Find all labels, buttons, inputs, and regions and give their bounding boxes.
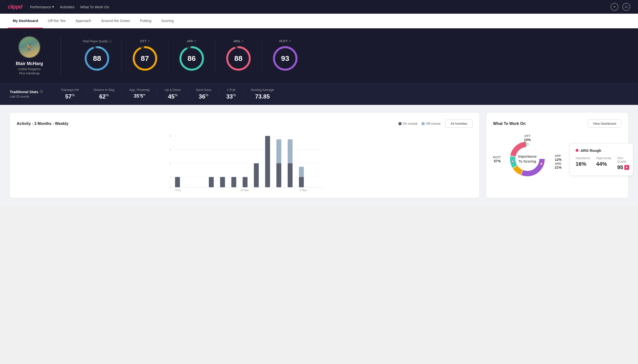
svg-rect-26	[254, 163, 259, 187]
user-menu-button[interactable]: ☺	[622, 3, 630, 11]
stat-app-proximity: App. Proximity 35'5"	[122, 88, 157, 100]
stat-value: 57%	[65, 93, 75, 100]
chart-legend: On course Off course	[398, 122, 441, 126]
svg-text:4: 4	[170, 134, 171, 138]
donut-svg-wrap: Importance To Scoring	[508, 139, 547, 180]
circle-app: 86	[178, 45, 205, 72]
what-to-work-on-card: What To Work On View Dashboard OTT 10% A…	[486, 113, 628, 198]
nav-icons: + ☺	[610, 3, 630, 11]
tab-putting[interactable]: Putting	[135, 14, 156, 28]
work-card-header: What To Work On View Dashboard	[493, 120, 621, 128]
metric-value: 95 ▼	[617, 164, 629, 171]
arg-metric-opportunity: Opportunity 44%	[596, 156, 611, 171]
info-icon[interactable]: ⓘ	[109, 40, 112, 43]
tab-my-dashboard[interactable]: My Dashboard	[8, 14, 43, 28]
nav-activities[interactable]: Activities	[60, 5, 74, 9]
arg-metric-shot-quality: Shot Quality 95 ▼	[617, 156, 629, 171]
chart-area: 4 3 2 1 0	[17, 132, 473, 191]
svg-text:1: 1	[170, 176, 171, 178]
stat-name: 1 Putt	[227, 88, 235, 92]
arg-label: ARG 21%	[555, 162, 562, 170]
activity-card-header: Activity - 3 Months - Weekly On course O…	[17, 120, 473, 128]
svg-rect-22	[209, 177, 214, 187]
arg-label: ARG ↗	[233, 39, 243, 43]
score-arg: ARG ↗ 88	[215, 39, 262, 72]
svg-text:Importance: Importance	[518, 154, 537, 158]
metric-value: 44%	[596, 161, 611, 167]
svg-text:28 Mar: 28 Mar	[241, 189, 249, 191]
score-ott: OTT ↗ 87	[122, 39, 168, 72]
tpq-label: Total Player Quality ⓘ	[83, 39, 112, 44]
stat-value: 45%	[168, 93, 177, 100]
svg-rect-28	[276, 163, 281, 187]
metric-name: Opportunity	[596, 156, 611, 160]
add-button[interactable]: +	[610, 3, 618, 11]
metric-name: Importance	[576, 156, 590, 160]
view-dashboard-button[interactable]: View Dashboard	[588, 120, 621, 128]
svg-rect-27	[265, 136, 270, 187]
chart-svg: 4 3 2 1 0	[17, 132, 473, 191]
stats-bar: Traditional Stats ⓘ Last 20 rounds Fairw…	[0, 83, 638, 105]
arrow-icon: ↗	[241, 40, 243, 43]
activity-chart-title: Activity - 3 Months - Weekly	[17, 122, 68, 126]
app-label: APP 12%	[555, 154, 562, 162]
player-country: United Kingdom	[18, 67, 41, 71]
circle-putt: 93	[272, 45, 299, 72]
stat-period: Last 20 rounds	[10, 95, 54, 98]
svg-point-40	[540, 163, 542, 165]
svg-rect-32	[299, 177, 304, 187]
player-info: 🏌️ Blair McHarg United Kingdom Plus Hand…	[10, 36, 49, 75]
stats-items: Fairways Hit 57% Greens In Reg 62% App. …	[54, 88, 628, 100]
activity-card: Activity - 3 Months - Weekly On course O…	[10, 113, 479, 198]
putt-label: PUTT 57%	[493, 156, 501, 163]
info-icon[interactable]: ⓘ	[40, 90, 43, 94]
svg-rect-24	[231, 177, 236, 187]
player-name: Blair McHarg	[16, 61, 43, 66]
tab-around-the-green[interactable]: Around the Green	[96, 14, 135, 28]
arg-dot-icon	[576, 149, 578, 152]
arrow-icon: ↗	[147, 40, 150, 43]
nav-performance[interactable]: Performance ▾	[30, 5, 54, 9]
arg-detail-title: ARG Rough	[576, 148, 627, 152]
score-overall: Total Player Quality ⓘ 88	[73, 39, 122, 72]
stat-name: Sand Save	[196, 88, 211, 92]
donut-chart-container: OTT 10% APP 12% ARG 21% PUTT 57%	[493, 132, 562, 186]
tab-approach[interactable]: Approach	[71, 14, 96, 28]
avatar: 🏌️	[18, 36, 40, 58]
stat-fairways-hit: Fairways Hit 57%	[54, 88, 86, 100]
all-activities-button[interactable]: All Activities	[445, 120, 473, 128]
app-label: APP ↗	[187, 39, 196, 43]
legend-dot-off-course	[421, 122, 424, 125]
stat-value: 35'5"	[134, 93, 145, 99]
circle-ott: 87	[131, 45, 158, 72]
arrow-icon: ↗	[194, 40, 196, 43]
stat-value: 73.85	[255, 93, 270, 100]
legend-dot-on-course	[398, 122, 401, 125]
svg-point-39	[526, 143, 528, 145]
avatar-image: 🏌️	[19, 37, 40, 58]
svg-text:0: 0	[170, 186, 171, 189]
svg-text:7 Feb: 7 Feb	[174, 189, 181, 191]
tab-off-the-tee[interactable]: Off the Tee	[43, 14, 71, 28]
stat-name: App. Proximity	[129, 88, 150, 92]
svg-rect-23	[220, 177, 225, 187]
svg-text:9 May: 9 May	[300, 189, 307, 191]
stat-name: Up & Down	[165, 88, 181, 92]
nav-what-to-work-on[interactable]: What To Work On	[80, 5, 109, 9]
svg-text:3: 3	[170, 148, 171, 151]
stat-scoring-average: Scoring Average 73.85	[243, 88, 281, 100]
metric-name: Shot Quality	[617, 156, 629, 163]
svg-rect-21	[175, 177, 180, 187]
svg-rect-31	[288, 139, 293, 163]
down-arrow-icon: ▼	[624, 165, 629, 170]
svg-rect-30	[288, 163, 293, 187]
score-putt-value: 93	[281, 54, 289, 62]
top-nav: clippd Performance ▾ Activities What To …	[0, 0, 638, 14]
score-app: APP ↗ 86	[168, 39, 215, 72]
score-overall-value: 88	[93, 54, 101, 62]
legend-off-course: Off course	[421, 122, 441, 126]
arg-metrics: Importance 16% Opportunity 44% Shot Qual…	[576, 156, 627, 171]
tab-scoring[interactable]: Scoring	[156, 14, 178, 28]
donut-svg: Importance To Scoring	[508, 139, 547, 178]
svg-text:To Scoring: To Scoring	[519, 160, 536, 163]
